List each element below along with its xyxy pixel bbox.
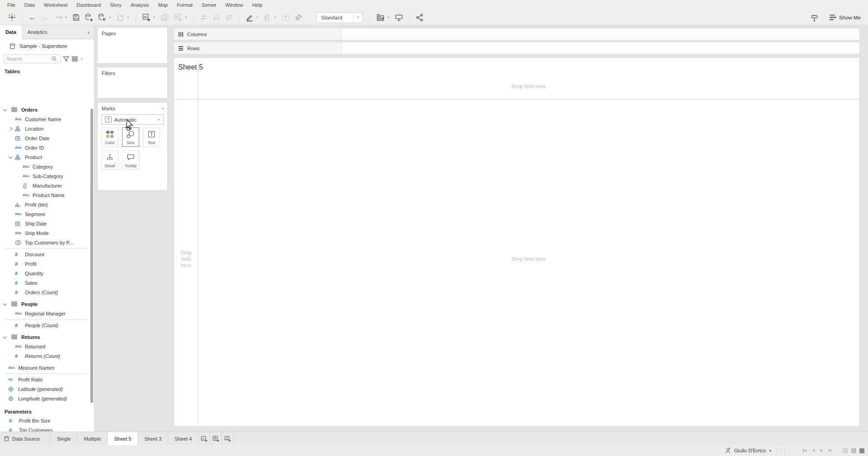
- marks-text-button[interactable]: TText: [143, 127, 160, 147]
- marks-size-button[interactable]: Size: [122, 127, 139, 147]
- menu-server[interactable]: Server: [197, 0, 221, 10]
- sheet-tab-multiple[interactable]: Multiple: [78, 432, 108, 445]
- menu-map[interactable]: Map: [154, 0, 172, 10]
- field-product[interactable]: Product: [0, 152, 91, 162]
- share-workbook-button[interactable]: [413, 11, 426, 24]
- parameter-profit-bin-size[interactable]: #Profit Bin Size: [0, 416, 91, 425]
- fix-axes-pin-button[interactable]: [292, 11, 305, 24]
- chevron-down-icon[interactable]: [3, 334, 7, 338]
- first-sheet-button[interactable]: [802, 449, 808, 452]
- menu-dashboard[interactable]: Dashboard: [72, 0, 105, 10]
- field-order-date[interactable]: Order Date: [0, 133, 91, 143]
- highlight-caret[interactable]: ▾: [256, 15, 258, 19]
- new-worksheet-caret[interactable]: ▾: [153, 15, 155, 19]
- field-customer-name[interactable]: AbcCustomer Name: [0, 114, 91, 124]
- field-product-name[interactable]: AbcProduct Name: [0, 190, 91, 200]
- presentation-mode-button[interactable]: [392, 11, 406, 24]
- clear-sheet-button[interactable]: [171, 11, 184, 24]
- field-regional-manager[interactable]: AbcRegional Manager: [0, 309, 91, 318]
- filter-funnel-icon[interactable]: [63, 56, 69, 62]
- menu-format[interactable]: Format: [172, 0, 197, 10]
- field-quantity[interactable]: #Quantity: [0, 268, 91, 278]
- run-update-icon[interactable]: [114, 11, 127, 24]
- marks-detail-button[interactable]: Detail: [101, 150, 118, 170]
- marks-collapse-caret[interactable]: ▾: [162, 107, 164, 111]
- field-ship-mode[interactable]: AbcShip Mode: [0, 228, 91, 238]
- field-ship-date[interactable]: Ship Date: [0, 219, 91, 228]
- field-order-id[interactable]: AbcOrder ID: [0, 143, 91, 152]
- field-measure-names[interactable]: AbcMeasure Names: [0, 363, 91, 372]
- group-members-button[interactable]: [261, 11, 274, 24]
- new-data-source-button[interactable]: [82, 11, 95, 24]
- marks-color-button[interactable]: Color: [101, 127, 118, 147]
- duplicate-sheet-button[interactable]: [158, 11, 171, 24]
- sheet-tab-sheet-3[interactable]: Sheet 3: [138, 432, 168, 445]
- collapse-pane-icon[interactable]: ‹: [83, 25, 94, 39]
- tab-analytics[interactable]: Analytics: [22, 25, 53, 39]
- redo-icon[interactable]: ↪: [54, 11, 65, 24]
- menu-data[interactable]: Data: [20, 0, 39, 10]
- clear-sheet-caret[interactable]: ▾: [185, 15, 187, 19]
- menu-window[interactable]: Window: [221, 0, 248, 10]
- tab-data[interactable]: Data: [0, 25, 22, 39]
- field-discount[interactable]: #Discount: [0, 249, 91, 259]
- sheet-tab-single[interactable]: Single: [51, 432, 78, 445]
- redo-dropdown-caret[interactable]: ▾: [65, 15, 67, 19]
- datasource-item[interactable]: Sample - Superstore: [0, 39, 94, 53]
- rows-shelf[interactable]: Rows: [174, 42, 860, 54]
- drop-zone-center[interactable]: Drop field here: [198, 256, 859, 262]
- signpost-icon[interactable]: [808, 11, 821, 24]
- show-me-button[interactable]: Show Me: [828, 14, 863, 20]
- menu-file[interactable]: File: [3, 0, 20, 10]
- pages-card[interactable]: Pages: [97, 27, 168, 64]
- field-profit-ratio[interactable]: =#Profit Ratio: [0, 375, 91, 384]
- field-latitude-generated[interactable]: Latitude (generated): [0, 384, 91, 394]
- worksheet-canvas[interactable]: Sheet 5 Drop field here Drop field here …: [174, 57, 860, 427]
- field-returned[interactable]: AbcReturned: [0, 342, 91, 351]
- sheet-tab-sheet-4[interactable]: Sheet 4: [168, 432, 198, 445]
- drop-zone-left[interactable]: Dropfieldhere: [174, 249, 198, 268]
- new-worksheet-tab-button[interactable]: [198, 432, 210, 445]
- field-longitude-generated[interactable]: Longitude (generated): [0, 394, 91, 403]
- last-sheet-button[interactable]: [827, 449, 834, 452]
- sheet-tab-sheet-5[interactable]: Sheet 5: [108, 432, 138, 445]
- field-returns-count[interactable]: #Returns (Count): [0, 351, 91, 361]
- previous-sheet-button[interactable]: [811, 449, 816, 452]
- chevron-down-icon[interactable]: [9, 155, 12, 158]
- sort-descending-button[interactable]: [223, 11, 236, 24]
- show-tabs-button[interactable]: [859, 448, 864, 453]
- next-sheet-button[interactable]: [819, 449, 824, 452]
- signed-in-user-menu[interactable]: Giulio D'Errico ▾: [725, 447, 774, 454]
- pause-auto-updates-caret[interactable]: ▾: [109, 15, 111, 19]
- sort-ascending-button[interactable]: [210, 11, 223, 24]
- field-people-count[interactable]: #People (Count): [0, 320, 91, 330]
- drop-zone-top[interactable]: Drop field here: [198, 84, 859, 89]
- field-top-customers-by-p[interactable]: Top Customers by P...: [0, 238, 91, 247]
- show-filmstrip-button[interactable]: [851, 448, 856, 453]
- show-hide-cards-caret[interactable]: ▾: [387, 15, 389, 19]
- field-segment[interactable]: AbcSegment: [0, 209, 91, 219]
- menu-help[interactable]: Help: [248, 0, 267, 10]
- field-profit[interactable]: #Profit: [0, 259, 91, 268]
- show-hide-cards-button[interactable]: [374, 11, 387, 24]
- back-button[interactable]: ←: [26, 11, 38, 24]
- show-sheet-sorter-button[interactable]: [843, 448, 848, 453]
- new-dashboard-tab-button[interactable]: [210, 432, 222, 445]
- fit-selector-caret[interactable]: ▾: [353, 13, 362, 23]
- tab-data-source[interactable]: Data Source: [0, 432, 51, 445]
- save-button[interactable]: [70, 11, 82, 24]
- new-worksheet-button[interactable]: [140, 11, 153, 24]
- search-input[interactable]: [6, 56, 52, 61]
- pause-auto-updates-button[interactable]: [95, 11, 108, 24]
- run-update-caret[interactable]: ▾: [127, 15, 129, 19]
- mark-type-selector[interactable]: T Automatic ▾: [101, 114, 164, 125]
- highlight-button[interactable]: [243, 11, 256, 24]
- group-members-caret[interactable]: ▾: [274, 15, 276, 19]
- table-people[interactable]: People: [0, 299, 91, 309]
- show-mark-labels-button[interactable]: [279, 11, 292, 24]
- forward-button[interactable]: →: [38, 11, 51, 24]
- chevron-right-icon[interactable]: [9, 127, 12, 130]
- field-sub-category[interactable]: AbcSub-Category: [0, 171, 91, 181]
- filters-card[interactable]: Filters: [97, 67, 168, 99]
- menu-worksheet[interactable]: Worksheet: [39, 0, 72, 10]
